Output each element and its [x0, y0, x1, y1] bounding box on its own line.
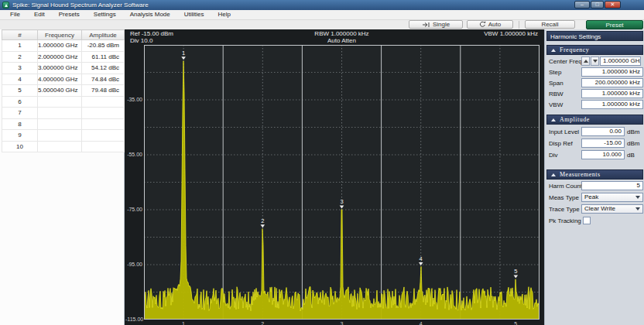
cell-frequency	[38, 96, 82, 108]
table-row[interactable]: 7	[2, 108, 125, 119]
table-row[interactable]: 55.000040 GHz79.48 dBc	[2, 85, 125, 97]
cell-num: 2	[2, 51, 38, 63]
menu-analysis-mode[interactable]: Analysis Mode	[123, 10, 177, 19]
y-axis-tick-label: -35.00	[125, 97, 142, 103]
x-axis-tick-label: 1	[182, 321, 185, 325]
close-button[interactable]: ✕	[605, 1, 621, 9]
column-header-number: #	[2, 30, 38, 40]
table-row[interactable]: 6	[2, 96, 125, 108]
cell-frequency: 1.000000 GHz	[38, 40, 82, 52]
table-row[interactable]: 22.000000 GHz61.11 dBc	[2, 51, 125, 63]
setting-row-disp-ref: Disp Ref -15.00 dBm	[546, 139, 643, 148]
arrow-up-icon	[584, 60, 588, 63]
preset-button[interactable]: Preset	[586, 20, 643, 29]
setting-row-harm-count: Harm Count 5	[546, 181, 643, 190]
column-header-frequency: Frequency	[38, 30, 82, 40]
input-level-field[interactable]: 0.00	[581, 127, 625, 136]
trace-type-dropdown[interactable]: Clear Write	[581, 204, 643, 214]
disp-ref-field[interactable]: -15.00	[581, 139, 625, 148]
x-axis-tick-label: 5	[514, 321, 517, 325]
cell-num: 3	[2, 63, 38, 74]
y-axis-tick-label: -115.00	[125, 316, 142, 323]
table-row[interactable]: 9	[2, 130, 125, 142]
cell-frequency: 2.000000 GHz	[38, 51, 82, 63]
column-header-amplitude: Amplitude	[82, 30, 125, 40]
peak-marker-number: 2	[261, 217, 264, 224]
arrow-down-icon	[593, 60, 598, 63]
vbw-field[interactable]: 1.000000 kHz	[581, 100, 643, 109]
center-freq-stepper	[581, 56, 599, 66]
harmonic-settings-panel: Harmonic Settings Frequency Center Freq …	[544, 29, 644, 325]
collapse-icon	[551, 173, 556, 176]
x-axis-tick-label: 4	[420, 321, 423, 325]
cell-amplitude: 74.84 dBc	[82, 74, 125, 85]
cell-amplitude: -20.85 dBm	[82, 40, 125, 52]
cell-num: 4	[2, 74, 38, 85]
pk-tracking-checkbox[interactable]	[583, 217, 591, 224]
peak-marker-number: 3	[340, 198, 343, 205]
harm-count-field[interactable]: 5	[581, 181, 643, 190]
panel-title: Harmonic Settings	[546, 31, 643, 41]
table-row[interactable]: 33.000000 GHz54.12 dBc	[2, 63, 125, 74]
cell-amplitude	[82, 130, 125, 142]
step-up-button[interactable]	[581, 56, 590, 66]
cell-frequency	[38, 130, 82, 142]
rbw-field[interactable]: 1.000000 kHz	[581, 89, 643, 98]
single-sweep-icon	[422, 22, 430, 28]
cell-frequency: 4.000000 GHz	[38, 74, 82, 85]
menu-file[interactable]: File	[3, 10, 27, 19]
center-freq-field[interactable]: 1.000000 GHz	[600, 56, 641, 66]
cell-frequency	[38, 118, 82, 130]
menu-edit[interactable]: Edit	[27, 10, 52, 19]
cell-num: 5	[2, 85, 38, 97]
section-header-frequency[interactable]: Frequency	[546, 45, 643, 55]
chevron-down-icon	[635, 196, 640, 199]
table-row[interactable]: 44.000000 GHz74.84 dBc	[2, 74, 125, 85]
chevron-down-icon	[635, 207, 640, 210]
menu-utilities[interactable]: Utilities	[177, 10, 211, 19]
harmonics-table-body: 11.000000 GHz-20.85 dBm22.000000 GHz61.1…	[2, 40, 125, 152]
step-down-button[interactable]	[591, 56, 599, 66]
peak-marker-number: 1	[182, 50, 185, 56]
cell-num: 8	[2, 118, 38, 130]
spectrum-chart[interactable]: 12345	[144, 45, 540, 320]
setting-row-pk-tracking: Pk Tracking	[546, 216, 643, 225]
app-icon	[2, 2, 9, 9]
div-field[interactable]: 10.000	[581, 150, 625, 159]
section-header-measurements[interactable]: Measurements	[546, 169, 643, 180]
cell-num: 1	[2, 40, 38, 52]
table-row[interactable]: 8	[2, 118, 125, 130]
table-row[interactable]: 11.000000 GHz-20.85 dBm	[2, 40, 125, 52]
collapse-icon	[551, 118, 556, 121]
menu-bar: File Edit Presets Settings Analysis Mode…	[0, 10, 644, 20]
title-bar[interactable]: Spike: Signal Hound Spectrum Analyzer So…	[0, 0, 644, 10]
y-axis-tick-label: -75.00	[125, 207, 142, 213]
meas-type-dropdown[interactable]: Peak	[581, 193, 643, 202]
peak-marker-number: 5	[514, 268, 517, 275]
setting-row-div: Div 10.000 dB	[546, 150, 643, 159]
x-axis-tick-label: 2	[261, 321, 264, 325]
menu-settings[interactable]: Settings	[87, 10, 123, 19]
menu-help[interactable]: Help	[211, 10, 238, 19]
atten-label: Auto Atten	[144, 37, 540, 44]
cell-amplitude	[82, 118, 125, 130]
section-header-amplitude[interactable]: Amplitude	[546, 115, 643, 125]
table-row[interactable]: 10	[2, 141, 125, 152]
minimize-button[interactable]: –	[574, 1, 590, 9]
span-field[interactable]: 200.000000 kHz	[581, 78, 643, 87]
cell-num: 10	[2, 141, 38, 152]
cell-amplitude: 79.48 dBc	[82, 85, 125, 97]
auto-button[interactable]: Auto	[467, 20, 513, 29]
maximize-button[interactable]: □	[591, 1, 604, 9]
cell-amplitude	[82, 96, 125, 108]
recall-button[interactable]: Recall	[525, 20, 575, 29]
cell-frequency	[38, 108, 82, 119]
step-field[interactable]: 1.000000 kHz	[581, 67, 643, 77]
setting-row-center-freq: Center Freq 1.000000 GHz	[546, 56, 643, 66]
y-axis-tick-label: -95.00	[125, 262, 142, 268]
cell-num: 6	[2, 96, 38, 108]
menu-presets[interactable]: Presets	[52, 10, 87, 19]
cell-amplitude: 61.11 dBc	[82, 51, 125, 63]
vbw-label: VBW 1.000000 kHz	[144, 30, 538, 37]
single-button[interactable]: Single	[409, 20, 463, 29]
